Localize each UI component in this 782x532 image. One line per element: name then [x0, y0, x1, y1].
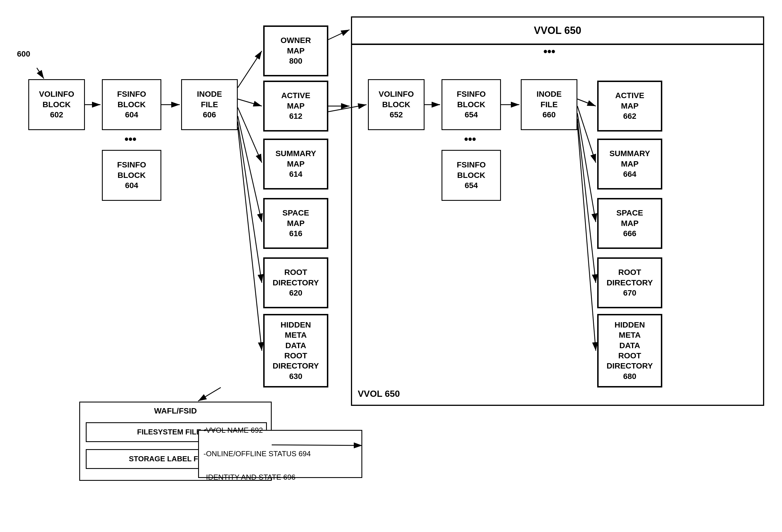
dots-fsinfo-654: •••: [464, 133, 476, 146]
active-662-box: ACTIVEMAP662: [597, 81, 662, 131]
vvol-top-label: VVOL 650: [534, 24, 581, 37]
diagram: 600 VOLINFOBLOCK602 FSINFOBLOCK604 FSINF…: [0, 0, 782, 532]
svg-line-9: [328, 30, 350, 40]
info-line3: -IDENTITY AND STATE 696: [204, 471, 295, 483]
inode-660-box: INODEFILE660: [521, 79, 577, 130]
hidden-630-label: HIDDENMETADATAROOTDIRECTORY630: [273, 320, 319, 382]
volinfo-652-label: VOLINFOBLOCK652: [379, 89, 414, 120]
fsinfo-654a-box: FSINFOBLOCK654: [441, 79, 501, 130]
info-box: -VVOL NAME 692 -ONLINE/OFFLINE STATUS 69…: [198, 430, 362, 478]
active-612-box: ACTIVEMAP612: [263, 81, 328, 131]
active-662-label: ACTIVEMAP662: [615, 90, 644, 121]
inode-660-label: INODEFILE660: [537, 89, 562, 120]
dots-vvol-top: •••: [543, 45, 555, 58]
volinfo-602-box: VOLINFOBLOCK602: [28, 79, 85, 130]
fsinfo-604a-box: FSINFOBLOCK604: [102, 79, 161, 130]
volinfo-652-box: VOLINFOBLOCK652: [368, 79, 425, 130]
summary-614-label: SUMMARYMAP614: [275, 149, 316, 179]
space-616-box: SPACEMAP616: [263, 198, 328, 249]
fsinfo-604b-label: FSINFOBLOCK604: [117, 160, 146, 191]
svg-line-3: [238, 51, 262, 88]
info-line1: -VVOL NAME 692: [204, 424, 263, 436]
summary-614-box: SUMMARYMAP614: [263, 139, 328, 189]
dots-fsinfo-604: •••: [125, 133, 136, 146]
hidden-680-label: HIDDENMETADATAROOTDIRECTORY680: [607, 320, 653, 382]
ref-600-label: 600: [17, 49, 30, 59]
svg-line-8: [238, 127, 262, 351]
space-616-label: SPACEMAP616: [282, 208, 309, 239]
summary-664-label: SUMMARYMAP664: [609, 149, 650, 179]
fsinfo-654b-box: FSINFOBLOCK654: [441, 150, 501, 201]
fsinfo-654b-label: FSINFOBLOCK654: [457, 160, 486, 191]
summary-664-box: SUMMARYMAP664: [597, 139, 662, 189]
wafl-header-label: WAFL/FSID: [80, 407, 271, 415]
root-620-box: ROOTDIRECTORY620: [263, 257, 328, 308]
svg-line-4: [238, 99, 262, 106]
inode-606-label: INODEFILE606: [197, 89, 222, 120]
active-612-label: ACTIVEMAP612: [281, 90, 311, 121]
space-666-label: SPACEMAP666: [616, 208, 643, 239]
info-line2: -ONLINE/OFFLINE STATUS 694: [204, 448, 311, 460]
root-670-label: ROOTDIRECTORY670: [607, 267, 653, 298]
volinfo-602-label: VOLINFOBLOCK602: [39, 89, 74, 120]
svg-line-11: [37, 68, 44, 79]
owner-800-box: OWNERMAP800: [263, 26, 328, 76]
fsinfo-604a-label: FSINFOBLOCK604: [117, 89, 146, 120]
root-620-label: ROOTDIRECTORY620: [273, 267, 319, 298]
svg-line-6: [238, 116, 262, 222]
fsinfo-604b-box: FSINFOBLOCK604: [102, 150, 161, 201]
svg-line-7: [238, 122, 262, 283]
svg-line-5: [238, 108, 262, 163]
vvol-top-bar: VVOL 650: [351, 16, 764, 45]
hidden-680-box: HIDDENMETADATAROOTDIRECTORY680: [597, 314, 662, 387]
svg-line-21: [198, 387, 221, 401]
root-670-box: ROOTDIRECTORY670: [597, 257, 662, 308]
vvol-inner-label: VVOL 650: [358, 389, 400, 399]
hidden-630-box: HIDDENMETADATAROOTDIRECTORY630: [263, 314, 328, 387]
inode-606-box: INODEFILE606: [181, 79, 238, 130]
space-666-box: SPACEMAP666: [597, 198, 662, 249]
owner-800-label: OWNERMAP800: [281, 35, 311, 66]
fsinfo-654a-label: FSINFOBLOCK654: [457, 89, 486, 120]
